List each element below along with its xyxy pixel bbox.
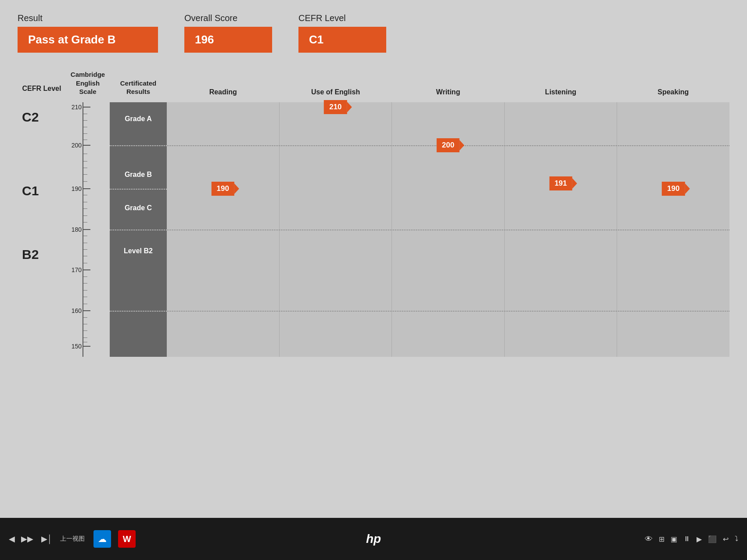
prev-view-text[interactable]: 上一视图 bbox=[60, 535, 85, 543]
cefr-summary-value: C1 bbox=[298, 27, 386, 53]
eye-icon[interactable]: 👁 bbox=[645, 535, 653, 544]
overall-label: Overall Score bbox=[184, 13, 272, 23]
scale-col-header: Cambridge English Scale bbox=[66, 70, 110, 96]
scale-170: 170 bbox=[72, 266, 82, 273]
taskbar-app-blue[interactable]: ☁ bbox=[93, 530, 111, 548]
writing-score-badge: 200 bbox=[437, 138, 460, 152]
step-icon[interactable]: ⤵ bbox=[735, 535, 738, 543]
scale-col: 210 200 190 180 170 160 150 bbox=[66, 102, 110, 357]
overall-value: 196 bbox=[184, 27, 272, 53]
reading-header: Reading bbox=[167, 88, 279, 96]
reading-score-badge: 190 bbox=[212, 182, 234, 196]
scale-210: 210 bbox=[72, 104, 82, 111]
cefr-labels-col: C2 C1 B2 bbox=[18, 102, 66, 357]
nav-next-icon[interactable]: ▶▶ bbox=[21, 534, 33, 544]
result-col: Result Pass at Grade B bbox=[18, 13, 158, 53]
cefr-summary-col: CEFR Level C1 bbox=[298, 13, 386, 53]
speaking-score-badge: 190 bbox=[662, 182, 685, 196]
cefr-col-header: CEFR Level bbox=[18, 85, 66, 93]
grid-icon[interactable]: ⊞ bbox=[659, 535, 664, 543]
cert-col-header: Certificated Results bbox=[110, 79, 167, 96]
result-label: Result bbox=[18, 13, 158, 23]
cefr-c2: C2 bbox=[22, 110, 39, 125]
record-icon[interactable]: ⬛ bbox=[708, 535, 717, 543]
replay-icon[interactable]: ↩ bbox=[723, 535, 729, 543]
nav-prev-icon[interactable]: ◀ bbox=[9, 534, 15, 544]
result-value: Pass at Grade B bbox=[18, 27, 158, 53]
scale-200: 200 bbox=[72, 142, 82, 149]
writing-header: Writing bbox=[392, 88, 504, 96]
play-icon[interactable]: ▶ bbox=[697, 535, 702, 543]
taskbar-center: hp bbox=[366, 532, 381, 546]
cefr-c1: C1 bbox=[22, 183, 39, 198]
scale-160: 160 bbox=[72, 307, 82, 314]
taskbar: ◀ ▶▶ ▶│ 上一视图 ☁ W hp 👁 ⊞ ▣ ⏸ ▶ ⬛ ↩ ⤵ bbox=[0, 518, 747, 560]
cert-grade-a: Grade A bbox=[110, 115, 167, 123]
scale-180: 180 bbox=[72, 226, 82, 233]
overall-col: Overall Score 196 bbox=[184, 13, 272, 53]
taskbar-app-red[interactable]: W bbox=[118, 530, 136, 548]
cert-grade-c: Grade C bbox=[110, 204, 167, 212]
listening-header: Listening bbox=[504, 88, 617, 96]
cert-level-b2: Level B2 bbox=[110, 247, 167, 255]
cert-grade-b: Grade B bbox=[110, 171, 167, 179]
data-columns: 190 210 bbox=[167, 102, 729, 357]
cefr-summary-label: CEFR Level bbox=[298, 13, 386, 23]
taskbar-right: 👁 ⊞ ▣ ⏸ ▶ ⬛ ↩ ⤵ bbox=[645, 535, 738, 544]
speaking-header: Speaking bbox=[617, 88, 729, 96]
pause-icon[interactable]: ⏸ bbox=[683, 535, 690, 543]
taskbar-left: ◀ ▶▶ ▶│ 上一视图 ☁ W bbox=[9, 530, 136, 548]
listening-score-badge: 191 bbox=[549, 176, 572, 190]
nav-pipe: ▶│ bbox=[41, 534, 52, 544]
window-icon[interactable]: ▣ bbox=[671, 535, 677, 543]
scale-150: 150 bbox=[72, 343, 82, 350]
use-of-english-header: Use of English bbox=[279, 88, 391, 96]
use-of-english-score-badge: 210 bbox=[324, 100, 347, 114]
cefr-b2: B2 bbox=[22, 247, 39, 262]
cert-results-col: Grade A Grade B Grade C Level B2 bbox=[110, 102, 167, 357]
summary-section: Result Pass at Grade B Overall Score 196… bbox=[18, 13, 729, 53]
scale-190: 190 bbox=[72, 185, 82, 192]
hp-logo: hp bbox=[366, 532, 381, 546]
